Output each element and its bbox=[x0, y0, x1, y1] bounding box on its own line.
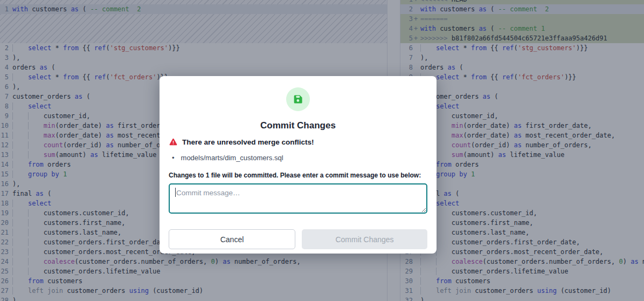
commit-changes-button[interactable]: Commit Changes bbox=[302, 229, 427, 249]
bullet-icon: • bbox=[172, 154, 175, 162]
warning-icon bbox=[169, 138, 178, 147]
ide-diff-screen: 1with customers as ( -- comment 22 selec… bbox=[0, 0, 644, 301]
text-cursor bbox=[175, 188, 176, 197]
conflict-file-path: models/marts/dim_customers.sql bbox=[181, 154, 283, 162]
commit-changes-modal: Commit Changes There are unresolved merg… bbox=[160, 76, 437, 254]
commit-instruction: Changes to 1 file will be committed. Ple… bbox=[169, 172, 427, 179]
modal-title: Commit Changes bbox=[169, 120, 427, 131]
modal-icon-wrap bbox=[169, 87, 427, 111]
merge-conflict-warning: There are unresolved merge conflicts! bbox=[182, 138, 314, 146]
save-icon bbox=[286, 87, 310, 111]
commit-message-input[interactable] bbox=[169, 183, 427, 214]
cancel-button[interactable]: Cancel bbox=[169, 229, 295, 249]
conflict-file-item: • models/marts/dim_customers.sql bbox=[169, 154, 427, 162]
